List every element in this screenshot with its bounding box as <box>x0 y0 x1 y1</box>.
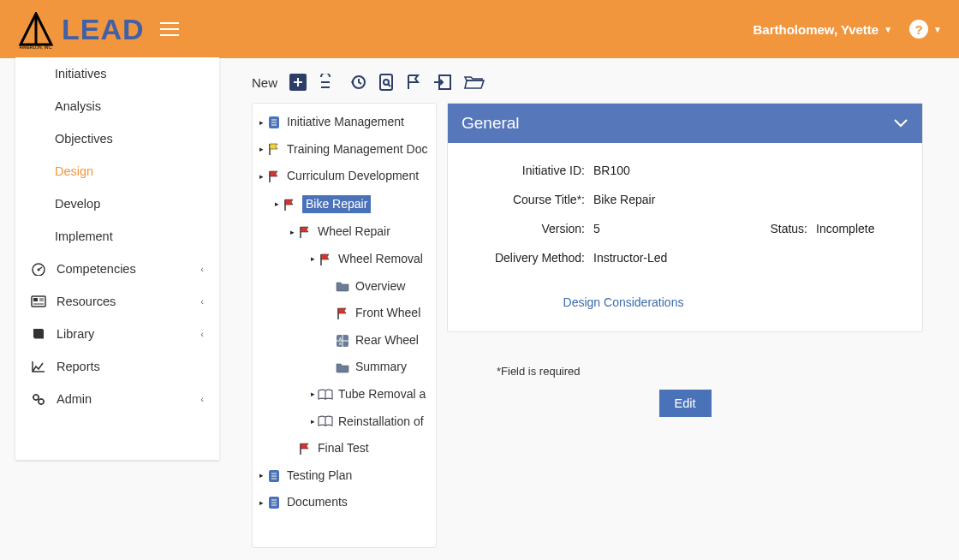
history-icon[interactable] <box>349 74 366 91</box>
tree-node-label: Training Management Doc <box>287 141 427 158</box>
sidebar-item-library[interactable]: Library‹ <box>15 318 219 350</box>
tree-toggle-icon[interactable]: ▸ <box>258 117 265 128</box>
content-row: ▸Initiative Management▸Training Manageme… <box>236 103 959 548</box>
course-title-label: Course Title*: <box>465 193 593 206</box>
flag-r-icon <box>318 253 333 266</box>
design-considerations-link[interactable]: Design Considerations <box>499 295 748 309</box>
sidebar-item-admin[interactable]: Admin‹ <box>15 383 219 415</box>
general-panel: General Initiative ID: BR100 Course Titl… <box>447 103 923 332</box>
tree-toggle-icon[interactable]: ▸ <box>273 199 280 210</box>
sidebar-item-analysis[interactable]: Analysis <box>15 90 219 122</box>
svg-point-9 <box>39 399 44 404</box>
link-item-icon[interactable] <box>319 74 337 91</box>
new-label: New <box>252 75 277 90</box>
openbook-icon <box>318 414 333 428</box>
tree-node-testing-plan[interactable]: ▸Testing Plan <box>253 462 436 490</box>
flag-r-icon <box>282 198 297 211</box>
sidebar-item-label: Implement <box>55 229 113 243</box>
tree-node-tube-removal-a[interactable]: ▸Tube Removal a <box>253 381 436 408</box>
tree-node-wheel-repair[interactable]: ▸Wheel Repair <box>253 218 436 246</box>
sidebar: InitiativesAnalysisObjectivesDesignDevel… <box>15 57 219 460</box>
tree-node-label: Overview <box>355 278 405 295</box>
chevron-left-icon: ‹ <box>200 264 204 274</box>
sidebar-item-competencies[interactable]: Competencies‹ <box>15 253 219 285</box>
sidebar-item-resources[interactable]: Resources‹ <box>15 285 219 318</box>
initiative-id-label: Initiative ID: <box>465 164 593 177</box>
help-menu[interactable]: ? ▼ <box>909 20 942 39</box>
brand-text: LEAD <box>62 13 145 46</box>
chart-icon <box>31 360 48 373</box>
import-icon[interactable] <box>433 74 452 91</box>
doc-icon <box>266 116 282 129</box>
version-label: Version: <box>465 222 593 235</box>
chevron-left-icon: ‹ <box>200 394 204 404</box>
tree-node-reinstallation-of[interactable]: ▸Reinstallation of <box>253 408 436 436</box>
sidebar-item-label: Reports <box>57 360 100 373</box>
sidebar-item-label: Competencies <box>57 262 136 276</box>
tree-node-final-test[interactable]: Final Test <box>253 435 436 462</box>
caret-down-icon: ▼ <box>933 25 942 34</box>
status-value: Incomplete <box>816 222 902 235</box>
sidebar-item-implement[interactable]: Implement <box>15 220 219 253</box>
top-bar: AIMERLON, INC. LEAD Bartholomew, Yvette … <box>0 0 959 58</box>
tree-toggle-icon[interactable]: ▸ <box>258 497 265 509</box>
tree-panel: ▸Initiative Management▸Training Manageme… <box>252 103 437 548</box>
tree-node-label: Wheel Removal <box>338 251 423 268</box>
tree-toggle-icon[interactable]: ▸ <box>309 253 316 265</box>
folder-open-icon[interactable] <box>464 74 485 91</box>
sidebar-item-label: Objectives <box>55 132 113 146</box>
flag-r-icon <box>297 225 313 239</box>
tree-node-label: Testing Plan <box>287 468 352 485</box>
panel-title: General <box>462 114 520 133</box>
main: New ▸ <box>236 58 959 560</box>
flag-icon[interactable] <box>406 74 421 91</box>
openbook-icon <box>318 388 333 402</box>
course-title-value: Bike Repair <box>593 193 748 206</box>
tree-node-label: Reinstallation of <box>338 414 424 431</box>
tree-node-documents[interactable]: ▸Documents <box>253 489 436 516</box>
user-menu[interactable]: Bartholomew, Yvette ▼ <box>753 22 892 37</box>
folder-icon <box>335 279 350 293</box>
svg-text:A: A <box>339 336 342 340</box>
tree-toggle-icon[interactable]: ▸ <box>309 389 316 400</box>
preview-icon[interactable] <box>378 74 394 91</box>
tree-node-curriculum-development[interactable]: ▸Curriculum Development <box>253 163 436 190</box>
tree-toggle-icon[interactable]: ▸ <box>258 144 265 155</box>
tree-toggle-icon[interactable]: ▸ <box>289 227 295 238</box>
tree-node-overview[interactable]: Overview <box>253 273 436 301</box>
tree: ▸Initiative Management▸Training Manageme… <box>253 104 436 521</box>
tree-toggle-icon[interactable]: ▸ <box>258 470 265 481</box>
flag-r-icon <box>297 442 313 456</box>
brand-mark-icon: AIMERLON, INC. <box>17 12 55 46</box>
tree-node-initiative-management[interactable]: ▸Initiative Management <box>253 109 436 136</box>
svg-text:B: B <box>339 342 342 346</box>
edit-button[interactable]: Edit <box>659 390 712 417</box>
tree-node-summary[interactable]: Summary <box>253 354 436 381</box>
svg-point-8 <box>33 395 39 400</box>
version-value: 5 <box>593 222 748 235</box>
menu-toggle-button[interactable] <box>160 22 179 36</box>
panel-body: Initiative ID: BR100 Course Title*: Bike… <box>448 143 922 331</box>
user-block: Bartholomew, Yvette ▼ ? ▼ <box>753 20 942 39</box>
tree-toggle-icon[interactable]: ▸ <box>258 171 265 182</box>
tree-node-wheel-removal[interactable]: ▸Wheel Removal <box>253 246 436 273</box>
toolbar: New <box>236 58 959 103</box>
tree-node-front-wheel[interactable]: Front Wheel <box>253 300 436 327</box>
dashboard-icon <box>31 262 48 276</box>
sidebar-item-reports[interactable]: Reports <box>15 350 219 383</box>
tree-node-rear-wheel[interactable]: ABRear Wheel <box>253 327 436 354</box>
user-name-label: Bartholomew, Yvette <box>753 22 879 37</box>
sidebar-item-design[interactable]: Design <box>15 155 219 188</box>
tree-node-training-management-doc[interactable]: ▸Training Management Doc <box>253 136 436 164</box>
new-button[interactable] <box>289 74 307 91</box>
layout: InitiativesAnalysisObjectivesDesignDevel… <box>0 58 959 560</box>
tree-toggle-icon[interactable]: ▸ <box>309 416 316 427</box>
sidebar-item-initiatives[interactable]: Initiatives <box>15 57 219 90</box>
svg-point-2 <box>38 269 40 271</box>
sidebar-item-develop[interactable]: Develop <box>15 188 219 220</box>
folder-icon <box>335 360 350 374</box>
tree-node-bike-repair[interactable]: ▸Bike Repair <box>253 190 436 219</box>
tree-node-label: Tube Removal a <box>338 386 426 403</box>
panel-header[interactable]: General <box>448 104 922 143</box>
sidebar-item-objectives[interactable]: Objectives <box>15 122 219 155</box>
